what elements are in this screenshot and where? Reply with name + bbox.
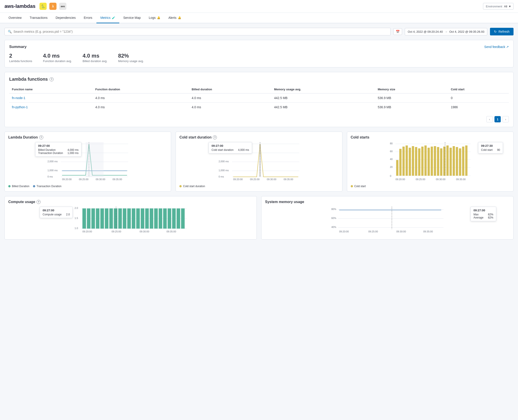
svg-rect-77 <box>87 209 91 229</box>
svg-rect-91 <box>150 209 153 229</box>
cold-starts-svg: 80 60 40 20 0 <box>351 142 510 178</box>
metric-value-0: 2 <box>9 53 32 59</box>
summary-metrics: 2 Lambda functions 4.0 ms Function durat… <box>9 53 509 63</box>
fn-node-1-billed: 4.0 ms <box>189 93 271 103</box>
lambda-table: Function name Function duration Billed d… <box>9 85 509 112</box>
svg-text:09:30:00: 09:30:00 <box>436 178 445 181</box>
svg-rect-46 <box>409 148 411 176</box>
svg-rect-82 <box>109 209 113 229</box>
alerts-nav-icon: 🔔 <box>178 16 181 19</box>
svg-text:0 ms: 0 ms <box>47 175 53 178</box>
svg-rect-90 <box>145 209 149 229</box>
tab-transactions[interactable]: Transactions <box>26 13 52 23</box>
svg-text:3,000 ms: 3,000 ms <box>219 151 229 154</box>
tab-overview[interactable]: Overview <box>5 13 26 23</box>
metric-value-2: 4.0 ms <box>83 53 107 59</box>
tab-logs[interactable]: Logs 🔔 <box>145 13 164 23</box>
cold-start-duration-svg: 4,000 ms 3,000 ms 2,000 ms 1,000 ms 0 ms <box>179 142 338 178</box>
svg-rect-60 <box>452 146 455 176</box>
refresh-icon: ↻ <box>494 30 497 33</box>
aws-icon: aws <box>59 3 66 10</box>
top-header: aws-lambdas 🐍 λ aws Environment All ▾ <box>0 0 518 13</box>
svg-rect-47 <box>412 146 414 176</box>
prev-page-button[interactable]: ‹ <box>486 116 493 122</box>
svg-rect-76 <box>83 209 86 229</box>
svg-text:09:20:00: 09:20:00 <box>83 230 92 233</box>
legend-dot-billed <box>8 185 11 187</box>
compute-usage-help-icon[interactable]: ? <box>37 200 41 204</box>
svg-rect-58 <box>446 145 449 176</box>
fn-python-1-link[interactable]: fn-python-1 <box>12 105 28 109</box>
cold-start-duration-legend: Cold start duration <box>179 185 338 188</box>
search-input[interactable] <box>14 30 387 33</box>
tab-errors[interactable]: Errors <box>80 13 96 23</box>
svg-rect-62 <box>459 148 461 176</box>
search-row: 🔍 📅 Oct 4, 2022 @ 09:20:24.40 → Oct 4, 2… <box>5 28 513 35</box>
refresh-label: Refresh <box>498 30 510 33</box>
svg-text:0: 0 <box>390 175 391 177</box>
svg-rect-53 <box>431 147 433 176</box>
search-box[interactable]: 🔍 <box>5 28 391 35</box>
tab-metrics[interactable]: Metrics 🧪 <box>96 13 119 23</box>
svg-rect-87 <box>132 209 136 229</box>
tab-alerts[interactable]: Alerts 🔔 <box>164 13 185 23</box>
cold-starts-area: 09:27:30 Cold start 90 80 60 40 20 0 <box>351 142 510 182</box>
svg-text:09:35:00: 09:35:00 <box>113 178 122 181</box>
tab-dependencies[interactable]: Dependencies <box>52 13 80 23</box>
page-1-button[interactable]: 1 <box>495 116 501 122</box>
date-from: Oct 4, 2022 @ 09:20:24.40 <box>408 30 443 33</box>
fn-node-1-link[interactable]: fn-node-1 <box>12 96 25 100</box>
svg-text:60%: 60% <box>331 217 336 219</box>
compute-usage-area: 09:27:00 Compute usage 2.0 2.0 1.5 1.0 <box>8 207 253 236</box>
help-icon[interactable]: ? <box>50 77 53 81</box>
svg-text:09:25:00: 09:25:00 <box>368 230 378 233</box>
fn-python-1-cold-start: 1986 <box>448 103 509 112</box>
lambda-duration-chart: Lambda Duration ? 09:27:00 Billed Durati… <box>5 132 171 192</box>
cold-start-duration-help-icon[interactable]: ? <box>213 135 217 139</box>
environment-selector[interactable]: Environment All ▾ <box>483 3 513 10</box>
svg-rect-64 <box>465 145 467 176</box>
svg-text:09:30:00: 09:30:00 <box>396 230 406 233</box>
svg-text:0 ms: 0 ms <box>219 175 224 178</box>
lambda-duration-svg: 4,000 ms 3,000 ms 2,000 ms 1,000 ms 0 ms <box>8 142 167 178</box>
svg-text:09:20:00: 09:20:00 <box>395 178 405 181</box>
next-page-button[interactable]: › <box>503 116 509 122</box>
lambda-duration-help-icon[interactable]: ? <box>39 135 43 139</box>
svg-rect-88 <box>136 209 140 229</box>
compute-usage-title: Compute usage ? <box>8 200 253 204</box>
svg-text:09:20:00: 09:20:00 <box>233 178 243 181</box>
send-feedback-link[interactable]: Send feedback ↗ <box>484 45 509 49</box>
refresh-button[interactable]: ↻ Refresh <box>490 28 513 35</box>
compute-usage-chart: Compute usage ? 09:27:00 Compute usage 2… <box>5 196 257 240</box>
legend-dot-transaction <box>33 185 35 187</box>
svg-text:80: 80 <box>390 142 392 145</box>
svg-rect-48 <box>415 147 417 176</box>
svg-text:09:20:00: 09:20:00 <box>62 178 72 181</box>
lambda-functions-card: Lambda functions ? Function name Functio… <box>5 72 513 127</box>
system-memory-title: System memory usage <box>265 200 510 204</box>
svg-rect-79 <box>96 209 99 229</box>
tab-service-map[interactable]: Service Map <box>119 13 145 23</box>
summary-card: Summary Send feedback ↗ 2 Lambda functio… <box>5 40 513 68</box>
calendar-button[interactable]: 📅 <box>393 28 402 35</box>
svg-rect-81 <box>105 209 108 229</box>
nav-tabs: Overview Transactions Dependencies Error… <box>0 13 518 23</box>
svg-text:09:25:00: 09:25:00 <box>416 178 425 181</box>
search-icon: 🔍 <box>8 30 12 33</box>
svg-rect-55 <box>437 147 439 176</box>
svg-rect-94 <box>163 209 167 229</box>
svg-text:40%: 40% <box>331 226 336 228</box>
metrics-nav-icon: 🧪 <box>112 16 115 19</box>
svg-text:09:35:00: 09:35:00 <box>423 230 433 233</box>
svg-rect-50 <box>421 147 423 176</box>
svg-text:09:35:00: 09:35:00 <box>167 230 176 233</box>
metric-label-3: Memory usage avg. <box>118 59 144 63</box>
fn-python-1-duration: 4.0 ms <box>93 103 189 112</box>
date-range[interactable]: Oct 4, 2022 @ 09:20:24.40 → Oct 4, 2022 … <box>405 28 487 35</box>
metric-lambda-functions: 2 Lambda functions <box>9 53 32 63</box>
svg-rect-59 <box>449 148 452 176</box>
svg-rect-80 <box>100 209 104 229</box>
table-header: Function name Function duration Billed d… <box>9 85 509 93</box>
svg-rect-83 <box>114 209 117 229</box>
lambda-duration-legend: Billed Duration Transaction Duration <box>8 185 167 188</box>
